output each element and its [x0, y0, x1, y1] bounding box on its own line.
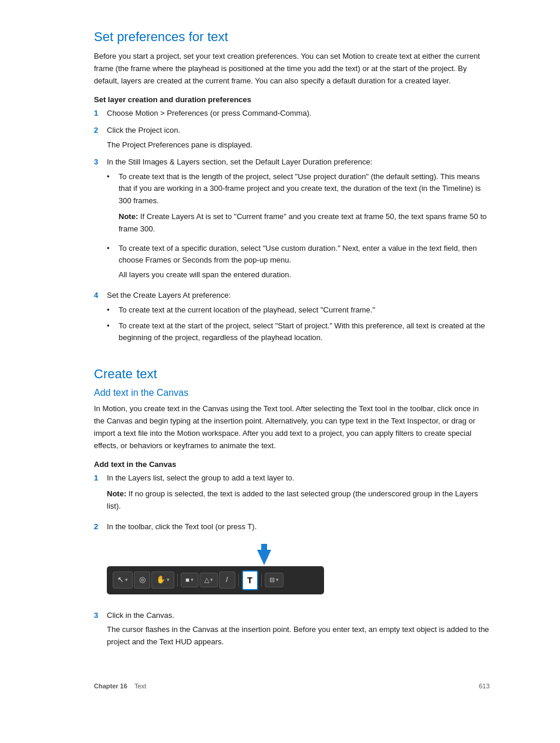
- down-arrow-icon: [252, 544, 276, 565]
- toolbar-pen-btn[interactable]: /: [219, 571, 235, 589]
- step-1-content: Choose Motion > Preferences (or press Co…: [107, 107, 490, 120]
- paint-icon: △: [204, 575, 209, 586]
- toolbar-last-btn[interactable]: ⊟ ▾: [265, 573, 284, 588]
- bullet-icon: •: [107, 171, 116, 183]
- sub-step-3: 3 Click in the Canvas. The cursor flashe…: [94, 610, 490, 648]
- sub-step-2-text: In the toolbar, click the Text tool (or …: [107, 522, 257, 531]
- paint-chevron-icon: ▾: [210, 576, 213, 584]
- sub-step-1-note: Note: If no group is selected, the text …: [107, 488, 490, 513]
- select-icon: ◎: [139, 574, 146, 586]
- sub-step-3-content: Click in the Canvas. The cursor flashes …: [107, 610, 490, 648]
- bullet-icon-4: •: [107, 320, 116, 332]
- sub-step-1: 1 In the Layers list, select the group t…: [94, 472, 490, 516]
- section2-title: Create text: [94, 367, 490, 382]
- footer: Chapter 16 Text 613: [94, 677, 490, 690]
- toolbar-text-btn[interactable]: T: [242, 570, 258, 590]
- step-4: 4 Set the Create Layers At preference: •…: [94, 290, 490, 348]
- step-3-content: In the Still Images & Layers section, se…: [107, 156, 490, 285]
- step-1: 1 Choose Motion > Preferences (or press …: [94, 107, 490, 120]
- cursor-chevron-icon: ▾: [125, 576, 128, 584]
- subsection-subheading: Add text in the Canvas: [94, 460, 490, 469]
- footer-page-number: 613: [479, 683, 490, 690]
- subsection-title: Add text in the Canvas: [94, 388, 490, 398]
- bullet-4-1-text: To create text at the current location o…: [119, 304, 375, 317]
- bullet-3-2: • To create text of a specific duration,…: [107, 243, 490, 281]
- sub-step-2-content: In the toolbar, click the Text tool (or …: [107, 521, 490, 605]
- sub-step-1-text: In the Layers list, select the group to …: [107, 473, 294, 482]
- sub-step-1-num: 1: [94, 472, 107, 516]
- last-tool-icon: ⊟: [269, 575, 275, 586]
- section1-intro: Before you start a project, set your tex…: [94, 51, 490, 87]
- pen-icon: /: [226, 574, 228, 586]
- sub-step-3-num: 3: [94, 610, 107, 648]
- section1-title: Set preferences for text: [94, 29, 490, 45]
- bullet-4-1: • To create text at the current location…: [107, 304, 490, 317]
- separator-1: [177, 574, 178, 587]
- step-4-content: Set the Create Layers At preference: • T…: [107, 290, 490, 348]
- step-3-text: In the Still Images & Layers section, se…: [107, 157, 372, 166]
- toolbar-hand-btn[interactable]: ✋ ▾: [151, 571, 174, 589]
- bullet-3-2-text: To create text of a specific duration, s…: [119, 244, 477, 265]
- step-3-num: 3: [94, 156, 107, 285]
- svg-rect-1: [261, 544, 267, 552]
- bullet-4-2-text: To create text at the start of the proje…: [119, 320, 490, 345]
- subsection-intro: In Motion, you create text in the Canvas…: [94, 403, 490, 452]
- plain-note-3-2: All layers you create will span the ente…: [119, 269, 490, 281]
- footer-left: Chapter 16 Text: [94, 683, 146, 690]
- step-2-text: Click the Project icon.: [107, 126, 180, 135]
- hand-icon: ✋: [156, 574, 166, 586]
- footer-label: Text: [134, 683, 146, 690]
- toolbar-paint-btn[interactable]: △ ▾: [200, 573, 218, 588]
- step-3: 3 In the Still Images & Layers section, …: [94, 156, 490, 285]
- step-4-bullets: • To create text at the current location…: [107, 304, 490, 344]
- section1-steps: 1 Choose Motion > Preferences (or press …: [94, 107, 490, 348]
- hand-chevron-icon: ▾: [167, 576, 170, 584]
- toolbar-shape-btn[interactable]: ■ ▾: [181, 573, 198, 588]
- bullet-3-1: • To create text that is the length of t…: [107, 171, 490, 239]
- step-1-text: Choose Motion > Preferences (or press Co…: [107, 109, 312, 117]
- step-2: 2 Click the Project icon. The Project Pr…: [94, 125, 490, 152]
- step-2-content: Click the Project icon. The Project Pref…: [107, 125, 490, 152]
- bullet-icon-3: •: [107, 304, 116, 317]
- footer-chapter: Chapter 16: [94, 683, 127, 690]
- text-tool-icon: T: [247, 573, 252, 587]
- section1-subheading: Set layer creation and duration preferen…: [94, 95, 490, 104]
- toolbar-bar: ↖ ▾ ◎ ✋ ▾: [107, 566, 324, 594]
- step-2-sub: The Project Preferences pane is displaye…: [107, 139, 490, 152]
- sub-step-1-content: In the Layers list, select the group to …: [107, 472, 490, 516]
- cursor-icon: ↖: [117, 574, 124, 586]
- last-chevron-icon: ▾: [276, 576, 279, 584]
- bullet-3-1-text: To create text that is the length of the…: [119, 172, 481, 206]
- separator-2: [238, 574, 239, 587]
- step-4-num: 4: [94, 290, 107, 348]
- bullet-4-2: • To create text at the start of the pro…: [107, 320, 490, 345]
- step-3-bullets: • To create text that is the length of t…: [107, 171, 490, 281]
- sub-step-2: 2 In the toolbar, click the Text tool (o…: [94, 521, 490, 605]
- subsection-steps: 1 In the Layers list, select the group t…: [94, 472, 490, 648]
- step-4-text: Set the Create Layers At preference:: [107, 291, 231, 300]
- toolbar-image: ↖ ▾ ◎ ✋ ▾: [107, 544, 490, 594]
- note-3-1: Note: If Create Layers At is set to "Cur…: [119, 211, 490, 236]
- sub-step-2-num: 2: [94, 521, 107, 605]
- sub-step-3-sub: The cursor flashes in the Canvas at the …: [107, 624, 490, 648]
- bullet-icon-2: •: [107, 243, 116, 255]
- toolbar-cursor-btn[interactable]: ↖ ▾: [113, 571, 133, 589]
- step-2-num: 2: [94, 125, 107, 152]
- step-1-num: 1: [94, 107, 107, 120]
- separator-3: [261, 574, 262, 587]
- toolbar-select-btn[interactable]: ◎: [134, 571, 150, 589]
- sub-step-3-text: Click in the Canvas.: [107, 611, 174, 620]
- page-content: Set preferences for text Before you star…: [0, 0, 560, 725]
- shape-chevron-icon: ▾: [191, 576, 194, 584]
- shape-icon: ■: [185, 575, 190, 586]
